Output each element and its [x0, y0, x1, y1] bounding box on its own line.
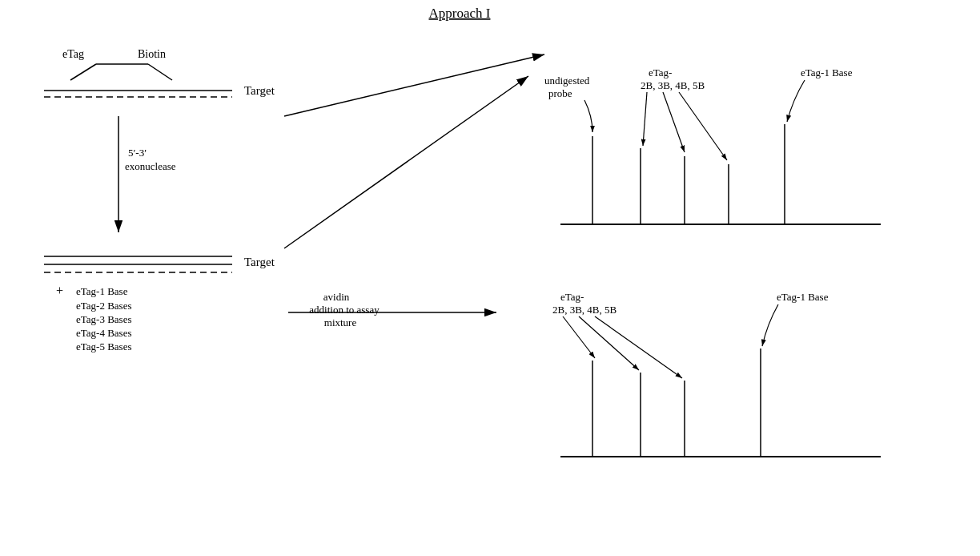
undigested-probe-label2: probe	[548, 87, 572, 99]
etag4-bases-label: eTag-4 Bases	[76, 327, 131, 339]
exonuclease-label: 5′-3′	[128, 147, 147, 159]
title: Approach I	[429, 6, 491, 21]
undigested-probe-label1: undigested	[544, 75, 590, 87]
svg-line-26	[563, 316, 595, 358]
biotin-label: Biotin	[138, 48, 166, 60]
etag-bottom-label2: 2B, 3B, 4B, 5B	[552, 304, 617, 316]
svg-line-11	[284, 76, 528, 248]
target-label-bottom: Target	[244, 256, 275, 268]
exonuclease-label2: exonuclease	[125, 160, 176, 172]
avidin-label3: mixture	[324, 316, 357, 328]
target-label-top: Target	[244, 84, 275, 97]
etag-label: eTag	[62, 48, 84, 60]
etag-top-label1: eTag-	[649, 66, 672, 79]
plus-sign: +	[56, 284, 63, 297]
etag1base-top-label: eTag-1 Base	[801, 66, 853, 79]
etag5-bases-label: eTag-5 Bases	[76, 340, 131, 353]
etag-top-label2: 2B, 3B, 4B, 5B	[641, 79, 705, 91]
page-container: Approach I eTag Biotin Target 5′-3′ exon…	[0, 0, 980, 556]
diagram-svg: Approach I eTag Biotin Target 5′-3′ exon…	[0, 0, 980, 556]
etag1base-bottom-label: eTag-1 Base	[777, 291, 829, 303]
svg-line-0	[70, 64, 96, 80]
svg-line-18	[643, 92, 647, 146]
svg-line-19	[663, 92, 685, 152]
svg-line-20	[679, 92, 727, 160]
avidin-label2: addition to assay	[309, 304, 380, 316]
svg-line-5	[284, 54, 544, 116]
etag3-bases-label: eTag-3 Bases	[76, 313, 131, 325]
etag-bottom-label1: eTag-	[560, 291, 584, 303]
etag2-bases-label: eTag-2 Bases	[76, 300, 131, 312]
svg-line-1	[148, 64, 172, 80]
svg-line-28	[595, 316, 682, 378]
svg-line-27	[579, 316, 639, 370]
avidin-label1: avidin	[323, 291, 350, 303]
etag1-base-label: eTag-1 Base	[76, 285, 128, 297]
